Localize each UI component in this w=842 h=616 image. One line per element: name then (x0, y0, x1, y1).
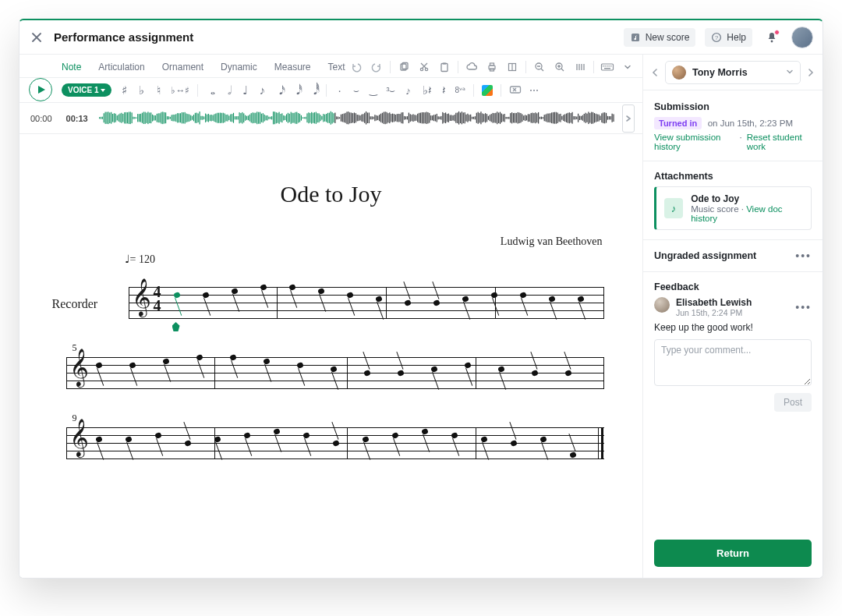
attachment-card[interactable]: ♪ Ode to Joy Music score · View doc hist… (654, 186, 812, 230)
tab-ornament[interactable]: Ornament (162, 57, 203, 77)
keyboard-icon[interactable] (600, 60, 614, 74)
octave-icon[interactable]: 8ᵛᵃ (455, 87, 465, 94)
rest-icon[interactable]: 𝄽 (437, 84, 447, 96)
zoom-in-icon[interactable] (553, 60, 567, 74)
help-button[interactable]: ? Help (705, 28, 752, 47)
whole-note-icon[interactable]: 𝅝 (206, 84, 215, 96)
tab-text[interactable]: Text (327, 57, 345, 77)
svg-rect-89 (186, 113, 186, 122)
waveform[interactable] (99, 108, 614, 129)
play-button[interactable] (29, 78, 52, 101)
next-student-button[interactable] (805, 63, 816, 82)
svg-rect-86 (181, 112, 182, 123)
score-viewport[interactable]: Ode to Joy Ludwig van Beethoven ♩= 120 R… (19, 134, 642, 578)
return-button[interactable]: Return (654, 540, 812, 567)
thirtysecond-note-icon[interactable]: 𝅘𝅥𝅰 (292, 84, 301, 96)
view-submission-history-link[interactable]: View submission history (654, 133, 735, 151)
svg-rect-128 (243, 113, 244, 122)
svg-rect-339 (554, 112, 555, 123)
triplet-icon[interactable]: ³⌣ (386, 86, 395, 95)
svg-rect-189 (333, 113, 334, 122)
svg-rect-360 (585, 112, 586, 122)
comment-more-button[interactable]: ••• (795, 301, 812, 313)
svg-rect-311 (513, 113, 514, 122)
grading-more-button[interactable]: ••• (795, 250, 812, 262)
accidental-group-icon[interactable]: ♭↔♯ (171, 86, 189, 95)
post-comment-button[interactable]: Post (774, 393, 812, 412)
svg-rect-232 (396, 114, 397, 122)
svg-rect-11 (490, 63, 494, 65)
svg-rect-91 (189, 114, 189, 121)
svg-rect-99 (200, 115, 201, 119)
comment-input[interactable] (654, 339, 812, 386)
svg-rect-235 (401, 112, 402, 123)
close-icon[interactable] (29, 30, 44, 45)
svg-rect-192 (338, 116, 338, 119)
bars-icon[interactable] (573, 60, 587, 74)
prev-student-button[interactable] (649, 63, 660, 82)
eighth-note-icon[interactable]: ♪ (257, 84, 267, 96)
tab-measure[interactable]: Measure (274, 57, 311, 77)
layout-icon[interactable] (505, 60, 519, 74)
svg-rect-183 (324, 114, 325, 121)
svg-rect-233 (398, 113, 398, 122)
slur-icon[interactable]: ‿ (369, 86, 378, 95)
svg-rect-68 (154, 115, 155, 119)
svg-rect-209 (363, 114, 363, 122)
more-tools-icon[interactable]: ⋯ (529, 86, 539, 95)
voice-selector[interactable]: VOICE 1 (62, 83, 111, 97)
symbol-toolbar: VOICE 1 ♯ ♭ ♮ ♭↔♯ 𝅝 𝅗𝅥 ♩ ♪ 𝅘𝅥𝅯 𝅘𝅥𝅰 𝅘𝅥𝅱 ·… (19, 78, 642, 103)
notifications-button[interactable] (762, 27, 782, 48)
copy-icon[interactable] (397, 60, 411, 74)
svg-rect-337 (551, 112, 552, 123)
new-score-button[interactable]: New score (624, 28, 696, 47)
cut-icon[interactable] (417, 60, 431, 74)
svg-rect-217 (374, 115, 375, 121)
rest-flat-icon[interactable]: ♭𝄽 (420, 84, 430, 96)
delete-note-icon[interactable] (509, 84, 522, 97)
svg-rect-166 (299, 113, 300, 122)
natural-icon[interactable]: ♮ (154, 84, 163, 96)
undo-icon[interactable] (349, 60, 363, 74)
svg-rect-298 (494, 113, 494, 122)
svg-rect-34 (104, 112, 105, 123)
sixtyfourth-note-icon[interactable]: 𝅘𝅥𝅱 (309, 84, 318, 96)
sixteenth-note-icon[interactable]: 𝅘𝅥𝅯 (274, 84, 284, 96)
chevron-down-icon[interactable] (621, 60, 635, 74)
time-start: 00:00 (27, 114, 55, 123)
print-icon[interactable] (485, 60, 499, 74)
svg-rect-106 (210, 115, 211, 121)
dot-icon[interactable]: · (334, 84, 344, 96)
tie-icon[interactable]: ⌣ (352, 86, 361, 95)
student-selector[interactable]: Tony Morris (665, 61, 801, 84)
svg-rect-288 (479, 112, 479, 122)
tab-note[interactable]: Note (62, 57, 81, 77)
svg-rect-114 (222, 112, 223, 122)
redo-icon[interactable] (370, 60, 384, 74)
half-note-icon[interactable]: 𝅗𝅥 (223, 84, 232, 96)
sharp-icon[interactable]: ♯ (119, 84, 129, 96)
zoom-out-icon[interactable] (532, 60, 547, 74)
tab-articulation[interactable]: Articulation (98, 57, 144, 77)
svg-rect-88 (184, 112, 185, 123)
svg-rect-124 (237, 116, 238, 119)
grace-note-icon[interactable]: 𝆔 (403, 84, 412, 96)
svg-rect-32 (101, 116, 102, 119)
svg-rect-343 (560, 113, 561, 122)
svg-rect-158 (288, 112, 288, 122)
paste-icon[interactable] (437, 60, 451, 74)
color-picker-icon[interactable] (482, 85, 493, 96)
user-avatar[interactable] (791, 27, 813, 48)
timeline-expand-button[interactable] (622, 104, 635, 133)
flat-icon[interactable]: ♭ (136, 84, 146, 96)
tab-dynamic[interactable]: Dynamic (221, 57, 257, 77)
svg-rect-82 (175, 114, 176, 122)
svg-rect-379 (613, 114, 614, 122)
svg-rect-359 (583, 113, 584, 122)
quarter-note-icon[interactable]: ♩ (240, 84, 249, 96)
reset-student-work-link[interactable]: Reset student work (747, 133, 812, 151)
cloud-icon[interactable] (465, 60, 479, 74)
svg-rect-137 (256, 112, 257, 124)
svg-rect-261 (439, 116, 440, 119)
score-composer: Ludwig van Beethoven (51, 235, 603, 248)
